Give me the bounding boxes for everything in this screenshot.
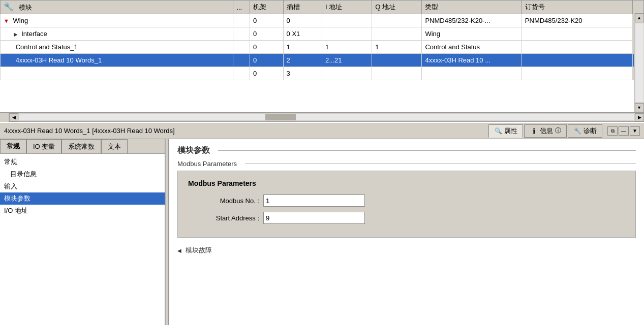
bottom-section-label: ◀ 模块故障 [177, 246, 636, 255]
cell-module-1[interactable]: ▶ Interface [1, 27, 233, 41]
scroll-track [635, 23, 643, 102]
panel-titlebar: 4xxxx-03H Read 10 Words_1 [4xxxx-03H Rea… [0, 122, 644, 139]
hscroll-thumb[interactable] [265, 114, 296, 120]
modbus-box-title: Modbus Parameters [188, 179, 625, 187]
cell-iaddr-2: 1 [322, 41, 372, 54]
cell-order-2 [522, 41, 632, 54]
panel-chevron-button[interactable]: ▼ [630, 126, 640, 136]
col-header-type: 类型 [422, 1, 522, 14]
nav-item-input[interactable]: 输入 [0, 180, 165, 192]
row-label-0: Wing [13, 17, 28, 24]
nav-item-general[interactable]: 常规 [0, 156, 165, 168]
scroll-up-button[interactable]: ▲ [635, 13, 644, 22]
collapse-arrow-icon[interactable]: ◀ [177, 248, 181, 253]
table-row[interactable]: ▼ Wing 0 0 PNMD485/232-K20-... PNMD485/2… [1, 14, 644, 27]
module-icon: 🔧 [4, 3, 14, 11]
cell-qaddr-1 [372, 27, 422, 41]
col-header-qaddr: Q 地址 [372, 1, 422, 14]
row-label-3: 4xxxx-03H Read 10 Words_1 [16, 56, 102, 64]
tab-info[interactable]: ℹ 信息 ⓘ [524, 124, 567, 138]
row-label-1: Interface [21, 30, 47, 38]
tab-io-variables[interactable]: IO 变量 [26, 139, 62, 153]
col-header-order: 订货号 [522, 1, 632, 14]
hscroll-track [19, 114, 634, 120]
tab-properties[interactable]: 🔍 属性 [488, 124, 523, 138]
cell-slot-3: 2 [283, 54, 322, 67]
tab-system-constants[interactable]: 系统常数 [62, 139, 101, 153]
cell-iaddr-1 [322, 27, 372, 41]
subsection-label: Modbus Parameters [177, 160, 636, 168]
scroll-down-button[interactable]: ▼ [635, 103, 644, 112]
panel-restore-button[interactable]: ⧉ [607, 126, 618, 136]
tab-general[interactable]: 常规 [0, 139, 26, 153]
cell-dots-4 [233, 67, 250, 80]
cell-iaddr-4 [322, 67, 372, 80]
cell-qaddr-0 [372, 14, 422, 27]
diagnostics-icon: 🔧 [573, 127, 581, 135]
cell-dots-1 [233, 27, 250, 41]
col-header-rack: 机架 [250, 1, 283, 14]
horizontal-scrollbar[interactable]: ◀ ▶ [0, 112, 644, 121]
scroll-left-button[interactable]: ◀ [9, 113, 18, 121]
cell-dots-0 [233, 14, 250, 27]
start-address-input[interactable] [263, 212, 365, 224]
left-nav: 常规 目录信息 输入 模块参数 I/O 地址 [0, 154, 165, 325]
cell-rack-3: 0 [250, 54, 283, 67]
table-row[interactable]: Control and Status_1 0 1 1 1 Control and… [1, 41, 644, 54]
cell-module-2[interactable]: Control and Status_1 [1, 41, 233, 54]
col-header-module: 🔧 模块 [1, 1, 233, 14]
info-circle-icon: ⓘ [555, 126, 561, 135]
modbus-no-input[interactable] [263, 194, 365, 207]
cell-type-1: Wing [422, 27, 522, 41]
cell-module-4 [1, 67, 233, 80]
panel-tabs-right: 🔍 属性 ℹ 信息 ⓘ 🔧 诊断 ⧉ — ▼ [488, 124, 640, 138]
cell-order-4 [522, 67, 632, 80]
tab-diagnostics[interactable]: 🔧 诊断 [568, 124, 602, 138]
cell-rack-1: 0 [250, 27, 283, 41]
nav-item-io-address[interactable]: I/O 地址 [0, 205, 165, 217]
cell-type-4 [422, 67, 522, 80]
cell-slot-2: 1 [283, 41, 322, 54]
row-arrow-right-icon: ▶ [14, 31, 18, 37]
panel-minimize-button[interactable]: — [619, 126, 629, 136]
nav-item-module-params[interactable]: 模块参数 [0, 192, 165, 205]
cell-type-0: PNMD485/232-K20-... [422, 14, 522, 27]
cell-module-3[interactable]: 4xxxx-03H Read 10 Words_1 [1, 54, 233, 67]
cell-slot-4: 3 [283, 67, 322, 80]
module-table: 🔧 模块 ... 机架 插槽 I 地址 Q 地址 类型 订货号 [0, 0, 644, 80]
cell-order-0: PNMD485/232-K20 [522, 14, 632, 27]
cell-dots-2 [233, 41, 250, 54]
cell-order-1 [522, 27, 632, 41]
table-row[interactable]: 4xxxx-03H Read 10 Words_1 0 2 2...21 4xx… [1, 54, 644, 67]
cell-qaddr-3 [372, 54, 422, 67]
top-table-section: 🔧 模块 ... 机架 插槽 I 地址 Q 地址 类型 订货号 [0, 0, 644, 122]
bottom-panel: 4xxxx-03H Read 10 Words_1 [4xxxx-03H Rea… [0, 122, 644, 325]
cell-type-3: 4xxxx-03H Read 10 ... [422, 54, 522, 67]
section-title: 模块参数 [177, 145, 636, 156]
scroll-right-button[interactable]: ▶ [635, 113, 644, 121]
cell-rack-2: 0 [250, 41, 283, 54]
col-header-iaddr: I 地址 [322, 1, 372, 14]
cell-module-0[interactable]: ▼ Wing [1, 14, 233, 27]
cell-dots-3 [233, 54, 250, 67]
start-address-label: Start Address : [188, 214, 259, 222]
vertical-scrollbar[interactable]: ▲ ▼ [634, 13, 644, 112]
table-row[interactable]: 0 3 [1, 67, 644, 80]
table-row[interactable]: ▶ Interface 0 0 X1 Wing [1, 27, 644, 41]
cell-rack-4: 0 [250, 67, 283, 80]
col-header-dots: ... [233, 1, 250, 14]
modbus-no-label: Modbus No. : [188, 197, 259, 205]
cell-type-2: Control and Status [422, 41, 522, 54]
info-icon: ℹ [530, 127, 538, 135]
content-area: 常规 IO 变量 系统常数 文本 常规 目录信息 [0, 139, 644, 325]
left-sidebar: 常规 IO 变量 系统常数 文本 常规 目录信息 [0, 139, 165, 325]
row-label-2: Control and Status_1 [16, 43, 78, 51]
cell-slot-0: 0 [283, 14, 322, 27]
start-address-row: Start Address : [188, 212, 625, 224]
cell-iaddr-0 [322, 14, 372, 27]
properties-icon: 🔍 [494, 127, 502, 135]
cell-slot-1: 0 X1 [283, 27, 322, 41]
nav-item-catalog-info[interactable]: 目录信息 [0, 168, 165, 180]
tab-text[interactable]: 文本 [101, 139, 128, 153]
panel-title: 4xxxx-03H Read 10 Words_1 [4xxxx-03H Rea… [4, 127, 175, 135]
